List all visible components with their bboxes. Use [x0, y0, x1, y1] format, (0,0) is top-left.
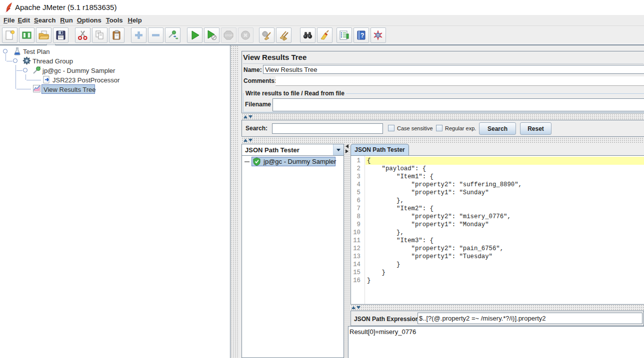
menu-search[interactable]: Search [34, 15, 56, 25]
renderer-combobox[interactable]: JSON Path Tester [242, 144, 344, 156]
tab-json-path-tester[interactable]: JSON Path Tester [350, 144, 409, 155]
case-sensitive-checkbox[interactable] [388, 125, 394, 131]
copy-button[interactable] [92, 27, 108, 43]
toolbar: STOP ? [0, 26, 644, 44]
search-reset-icon [319, 29, 330, 41]
cut-button[interactable] [75, 27, 90, 43]
editor-code[interactable]: { "payload": { "Item1": { "property2": "… [366, 156, 644, 304]
result-panel: Result[0]=misery_0776 [348, 326, 644, 358]
search-input[interactable] [272, 123, 383, 134]
combobox-dropdown-button[interactable] [333, 144, 344, 155]
filename-input[interactable] [272, 98, 644, 111]
ssl-manager-button[interactable] [370, 27, 386, 43]
remove-icon [150, 29, 162, 41]
start-no-pauses-button[interactable] [204, 27, 220, 43]
dummy-sampler-icon [32, 66, 41, 74]
menu-bar: File Edit Search Run Options Tools Help [0, 15, 644, 26]
function-dropper-icon [167, 29, 178, 41]
search-button[interactable]: Search [479, 122, 516, 135]
reset-button[interactable]: Reset [520, 122, 552, 135]
paste-icon [111, 29, 122, 41]
renderer-combobox-value: JSON Path Tester [245, 146, 300, 154]
paste-button[interactable] [109, 27, 124, 43]
tree-item-test-plan[interactable]: Test Plan [23, 47, 50, 56]
function-dropper-button[interactable] [165, 27, 180, 43]
filename-label: Filename [245, 101, 271, 108]
tree-leaf-handle [244, 161, 250, 162]
json-path-expression-panel: JSON Path Expression [350, 311, 644, 326]
comments-input[interactable] [276, 76, 644, 86]
clear-one-icon [261, 29, 272, 41]
remove-button[interactable] [148, 27, 164, 43]
open-button[interactable] [36, 27, 52, 43]
editor-gutter: 12345678910111213141516 [351, 156, 365, 304]
search-label: Search: [246, 125, 268, 132]
case-sensitive-label: Case sensitive [397, 125, 433, 131]
menu-help[interactable]: Help [128, 15, 142, 25]
title-bar: Apache JMeter (5.1 r1853635) [0, 0, 644, 15]
menu-tools[interactable]: Tools [106, 15, 123, 25]
renderer-panel: JSON Path Tester 12345678910111213141516… [350, 143, 644, 358]
templates-button[interactable] [19, 27, 34, 43]
search-reset-button[interactable] [317, 27, 332, 43]
search-everywhere-button[interactable] [300, 27, 316, 43]
result-text: Result[0]=misery_0776 [350, 328, 416, 336]
ssl-manager-icon [372, 29, 384, 41]
menu-file[interactable]: File [4, 15, 14, 25]
tree-toggle-test-plan[interactable] [3, 49, 8, 53]
json-path-expression-input[interactable] [418, 313, 642, 324]
start-icon [189, 29, 200, 41]
name-input[interactable] [263, 65, 644, 74]
splitter-middle[interactable] [242, 137, 644, 143]
tree-item-dummy-sampler[interactable]: jp@gc - Dummy Sampler [42, 66, 115, 75]
function-helper-icon [338, 29, 350, 41]
search-icon [302, 29, 314, 41]
clear-one-button[interactable] [259, 27, 274, 43]
new-file-button[interactable] [2, 27, 18, 43]
stop-icon: STOP [223, 29, 234, 41]
tree-item-view-results-tree[interactable]: View Results Tree [44, 85, 96, 94]
sample-success-icon [252, 157, 261, 166]
tree-item-thread-group[interactable]: Thread Group [32, 57, 73, 65]
tree-item-jsr223-postprocessor[interactable]: JSR223 PostProcessor [52, 76, 120, 84]
element-header-panel: View Results Tree Name: Comments: Write … [242, 51, 644, 113]
menu-edit[interactable]: Edit [18, 15, 30, 25]
help-icon: ? [356, 29, 367, 41]
clear-all-button[interactable] [276, 27, 292, 43]
json-path-expression-label: JSON Path Expression [354, 316, 419, 323]
thread-group-icon [22, 56, 31, 65]
test-plan-tree: Test Plan Thread Group jp@gc - Dummy Sam… [0, 45, 230, 358]
title-divider [243, 63, 644, 64]
json-editor[interactable]: 12345678910111213141516 { "payload": { "… [350, 155, 644, 305]
splitter-bottom[interactable] [350, 305, 644, 311]
write-results-group-title: Write results to file / Read from file [244, 90, 346, 97]
result-item-label[interactable]: jp@gc - Dummy Sampler [264, 158, 336, 165]
comments-label: Comments: [244, 77, 276, 84]
add-button[interactable] [131, 27, 146, 43]
write-results-group: Write results to file / Read from file F… [243, 93, 644, 112]
clear-all-icon [278, 29, 290, 41]
shutdown-icon [240, 29, 252, 41]
splitter-top[interactable] [242, 114, 644, 120]
main-vertical-splitter[interactable] [230, 45, 238, 358]
tree-toggle-dummy-sampler[interactable] [23, 68, 28, 72]
regular-exp-checkbox[interactable] [436, 125, 442, 131]
help-button[interactable]: ? [354, 27, 369, 43]
function-helper-button[interactable] [336, 27, 352, 43]
regular-exp-label: Regular exp. [445, 125, 476, 131]
shutdown-button [238, 27, 254, 43]
templates-icon [21, 29, 32, 41]
view-results-tree-icon [32, 84, 41, 93]
open-icon [38, 29, 50, 41]
save-icon [55, 29, 66, 41]
tree-toggle-thread-group[interactable] [13, 58, 18, 63]
results-section: JSON Path Tester jp@gc - Dummy Sampler J… [238, 143, 644, 358]
cut-icon [77, 29, 88, 41]
svg-text:STOP: STOP [225, 34, 232, 37]
stop-button: STOP [221, 27, 236, 43]
save-button[interactable] [53, 27, 68, 43]
menu-options[interactable]: Options [77, 15, 102, 25]
chevron-down-icon [336, 149, 340, 151]
menu-run[interactable]: Run [60, 15, 72, 25]
start-button[interactable] [187, 27, 202, 43]
